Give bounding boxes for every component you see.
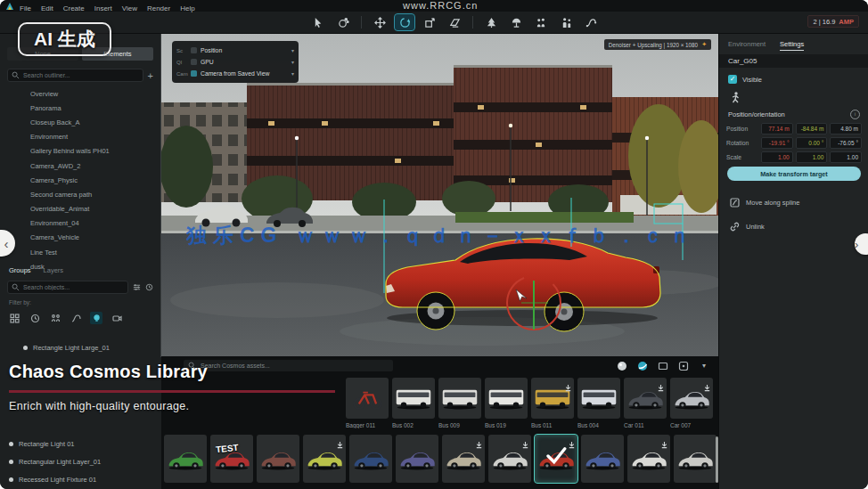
download-icon[interactable] <box>521 436 529 444</box>
asset-tile[interactable]: Car 007 <box>670 378 713 428</box>
animation-person-icon[interactable] <box>730 92 741 103</box>
scrollbar[interactable] <box>716 436 718 483</box>
outliner-item[interactable]: Environment_04 <box>0 216 161 231</box>
collapse-chevron-icon[interactable]: ▾ <box>699 361 709 371</box>
visible-toggle[interactable]: ✓ Visible <box>728 75 762 84</box>
list-item-light[interactable]: Rectangle Light Large_01 <box>23 344 110 352</box>
objects-search-input[interactable]: Search objects... <box>7 281 128 294</box>
inspector-tab-environment[interactable]: Environment <box>728 40 766 51</box>
transform-value-z[interactable]: 4.80 m <box>830 123 862 134</box>
asset-tile[interactable] <box>581 435 624 483</box>
viewport-selector-1[interactable]: QlGPU▾ <box>176 56 294 68</box>
render-tool-button[interactable] <box>445 14 464 30</box>
asset-tile[interactable]: Bus 019 <box>485 378 528 428</box>
asset-tile[interactable] <box>164 435 207 483</box>
spline-tool-button[interactable] <box>581 14 601 30</box>
filter-sliders-icon[interactable] <box>133 283 141 291</box>
filter-grid-icon[interactable] <box>8 312 20 324</box>
material-ball-icon[interactable] <box>617 361 627 371</box>
outliner-item[interactable]: Second camera path <box>0 187 161 201</box>
viewport-selector-2[interactable]: CamCamera from Saved View▾ <box>176 68 294 79</box>
info-icon[interactable]: i <box>850 110 860 119</box>
render-viewport[interactable]: 独乐CG ｗｗｗ．ｑｄｎ－ｘｘｆｂ．ｃｎ ScPosition▾QlGPU▾Ca… <box>161 33 718 356</box>
asset-tile[interactable]: Bus 002 <box>392 378 435 428</box>
people-tool-button[interactable] <box>556 14 576 30</box>
download-icon[interactable] <box>564 379 572 387</box>
menu-insert[interactable]: Insert <box>94 4 112 12</box>
make-transform-target-button[interactable]: Make transform target <box>727 167 861 181</box>
add-item-button[interactable]: + <box>148 71 153 80</box>
move-tool-button[interactable] <box>370 14 389 30</box>
outliner-search-input[interactable]: Search outliner... <box>7 69 143 82</box>
selected-object-header[interactable]: Car_G05 <box>719 54 868 68</box>
viewport-selector-0[interactable]: ScPosition▾ <box>176 45 294 56</box>
filter-spline-icon[interactable] <box>70 312 82 324</box>
vegetation-tool-button[interactable] <box>481 14 501 30</box>
grid-view-icon[interactable] <box>678 361 689 371</box>
tab-groups[interactable]: Groups <box>9 266 31 274</box>
menu-edit[interactable]: Edit <box>41 4 53 12</box>
asset-tile[interactable] <box>488 435 531 483</box>
transform-value-y[interactable]: -84.84 m <box>796 123 828 134</box>
menu-view[interactable]: View <box>122 4 137 12</box>
scale-tool-button[interactable] <box>420 14 439 30</box>
transform-value-x[interactable]: -19.91 ° <box>761 137 793 149</box>
tab-layers[interactable]: Layers <box>44 266 64 274</box>
frame-icon[interactable] <box>658 361 668 371</box>
asset-tile[interactable] <box>349 435 392 483</box>
outliner-item[interactable]: Camera_AWD_2 <box>0 159 161 173</box>
outliner-item[interactable]: Overridable_Animat <box>0 202 161 216</box>
filter-light-icon[interactable] <box>90 312 102 324</box>
asset-tile[interactable] <box>535 435 577 483</box>
menu-help[interactable]: Help <box>180 4 194 12</box>
outliner-item[interactable]: Closeup Back_A <box>0 115 161 129</box>
asset-tile[interactable]: Car 011 <box>624 378 667 428</box>
asset-tile[interactable] <box>442 435 485 483</box>
paint-tool-button[interactable] <box>333 14 353 30</box>
outliner-item[interactable]: Overview <box>0 86 161 101</box>
crowd-tool-button[interactable] <box>531 14 551 30</box>
rotate-tool-button[interactable] <box>395 14 414 30</box>
asset-tile[interactable] <box>257 435 299 483</box>
inspector-tab-settings[interactable]: Settings <box>780 40 804 51</box>
transform-value-y[interactable]: 1.00 <box>796 151 828 163</box>
menu-create[interactable]: Create <box>63 4 85 12</box>
asset-tile[interactable]: Bus 011 <box>531 378 574 428</box>
download-icon[interactable] <box>475 436 483 444</box>
list-item-light[interactable]: Recessed Light Fixture 01 <box>9 476 101 484</box>
download-icon[interactable] <box>703 379 711 387</box>
asset-tile[interactable]: Bus 009 <box>438 378 481 428</box>
filter-clock-icon[interactable] <box>29 312 41 324</box>
download-icon[interactable] <box>336 436 344 444</box>
move-along-spline-option[interactable]: Move along spline <box>730 198 799 208</box>
filter-camera-icon[interactable] <box>111 312 123 324</box>
transform-value-z[interactable]: 1.00 <box>830 151 862 163</box>
asset-tile[interactable]: TEST <box>210 435 253 483</box>
menu-render[interactable]: Render <box>147 4 170 12</box>
history-icon[interactable] <box>145 283 153 291</box>
asset-tile[interactable] <box>303 435 346 483</box>
outliner-item[interactable]: Line Test <box>0 245 161 259</box>
outliner-item[interactable]: Gallery Behind walls PH01 <box>0 144 161 159</box>
checkbox-checked-icon[interactable]: ✓ <box>728 75 737 84</box>
light-tool-button[interactable] <box>506 14 526 30</box>
transform-value-x[interactable]: 1.00 <box>761 151 793 163</box>
download-icon[interactable] <box>568 436 576 444</box>
filter-crowd-icon[interactable] <box>49 312 61 324</box>
select-tool-button[interactable] <box>308 14 328 30</box>
outliner-item[interactable]: Environment <box>0 130 161 144</box>
transform-value-x[interactable]: 77.14 m <box>761 123 793 134</box>
menu-file[interactable]: File <box>20 4 31 12</box>
asset-tile[interactable]: Bagger 011 <box>346 378 389 428</box>
asset-tile[interactable] <box>396 435 438 483</box>
outliner-item[interactable]: Panorama <box>0 101 161 115</box>
unlink-option[interactable]: Unlink <box>730 222 765 232</box>
outliner-item[interactable]: Camera_Physic <box>0 173 161 187</box>
asset-tile[interactable]: Bus 004 <box>577 378 620 428</box>
download-icon[interactable] <box>657 379 665 387</box>
outliner-item[interactable]: Camera_Vehicle <box>0 231 161 245</box>
asset-tile[interactable] <box>627 435 670 483</box>
transform-value-y[interactable]: 0.00 ° <box>796 137 828 149</box>
list-item-light[interactable]: Rectangular Light Layer_01 <box>9 458 101 466</box>
list-item-light[interactable]: Rectangle Light 01 <box>9 440 101 448</box>
